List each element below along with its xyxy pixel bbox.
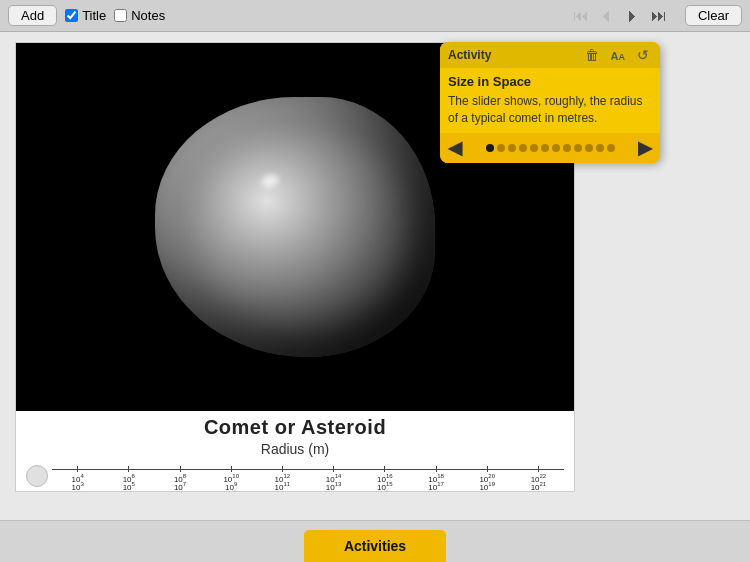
- dot-1: [497, 144, 505, 152]
- activity-card-title: Size in Space: [448, 74, 652, 89]
- tick-3: 1010 109: [206, 461, 257, 472]
- dot-5: [541, 144, 549, 152]
- comet-label: Comet or Asteroid: [204, 416, 386, 439]
- tick-9: 1022 1021: [513, 461, 564, 472]
- tick-5: 1014 1013: [308, 461, 359, 472]
- radius-label: Radius (m): [261, 441, 329, 457]
- add-button[interactable]: Add: [8, 5, 57, 26]
- slider-thumb[interactable]: [26, 465, 48, 487]
- dot-11: [607, 144, 615, 152]
- scale-container: 104 103 106 105 108 107: [52, 461, 564, 491]
- nav-controls: ⏮ ⏴ ⏵ ⏭: [569, 5, 671, 27]
- tick-1: 106 105: [103, 461, 154, 472]
- tick-6: 1016 1015: [359, 461, 410, 472]
- activity-popup: Activity 🗑 AA ↺ Size in Space The slider…: [440, 42, 660, 163]
- dot-8: [574, 144, 582, 152]
- refresh-icon: ↺: [637, 47, 649, 63]
- title-checkbox-group: Title: [65, 8, 106, 23]
- tick-7: 1018 1017: [410, 461, 461, 472]
- activity-popup-header: Activity 🗑 AA ↺: [440, 42, 660, 68]
- notes-checkbox-group: Notes: [114, 8, 165, 23]
- title-label: Title: [82, 8, 106, 23]
- refresh-button[interactable]: ↺: [634, 46, 652, 64]
- activity-popup-body: Size in Space The slider shows, roughly,…: [440, 68, 660, 133]
- delete-activity-button[interactable]: 🗑: [582, 46, 602, 64]
- notes-checkbox[interactable]: [114, 9, 127, 22]
- dot-10: [596, 144, 604, 152]
- tab-activities[interactable]: Activities: [304, 530, 446, 562]
- dot-0: [486, 144, 494, 152]
- tick-0: 104 103: [52, 461, 103, 472]
- dot-7: [563, 144, 571, 152]
- tick-2: 108 107: [154, 461, 205, 472]
- trash-icon: 🗑: [585, 47, 599, 63]
- nav-next-button[interactable]: ⏵: [621, 5, 645, 27]
- tick-8: 1020 1019: [462, 461, 513, 472]
- popup-dots: [486, 144, 615, 152]
- tick-4: 1012 1011: [257, 461, 308, 472]
- dot-2: [508, 144, 516, 152]
- dot-4: [530, 144, 538, 152]
- font-icon: AA: [611, 50, 625, 62]
- toolbar: Add Title Notes ⏮ ⏴ ⏵ ⏭ Clear: [0, 0, 750, 32]
- dot-9: [585, 144, 593, 152]
- main-area: Sizes in Space Comet or Asteroid Radius …: [0, 32, 750, 520]
- notes-label: Notes: [131, 8, 165, 23]
- scale-ticks: 104 103 106 105 108 107: [52, 461, 564, 491]
- slider-area: 104 103 106 105 108 107: [16, 461, 574, 491]
- comet-image: [155, 97, 435, 357]
- nav-first-button[interactable]: ⏮: [569, 5, 593, 27]
- nav-last-button[interactable]: ⏭: [647, 5, 671, 27]
- popup-next-button[interactable]: ▶: [638, 137, 652, 159]
- title-checkbox[interactable]: [65, 9, 78, 22]
- activity-popup-footer: ◀ ▶: [440, 133, 660, 163]
- clear-button[interactable]: Clear: [685, 5, 742, 26]
- tab-bar: Activities: [0, 520, 750, 562]
- activity-card-description: The slider shows, roughly, the radius of…: [448, 93, 652, 127]
- dot-3: [519, 144, 527, 152]
- comet-highlight: [260, 172, 281, 189]
- font-size-button[interactable]: AA: [608, 46, 628, 64]
- nav-prev-button[interactable]: ⏴: [595, 5, 619, 27]
- dot-6: [552, 144, 560, 152]
- activity-header-label: Activity: [448, 48, 576, 62]
- popup-prev-button[interactable]: ◀: [448, 137, 462, 159]
- slide-bottom-area: Comet or Asteroid Radius (m) 104 103: [16, 411, 574, 491]
